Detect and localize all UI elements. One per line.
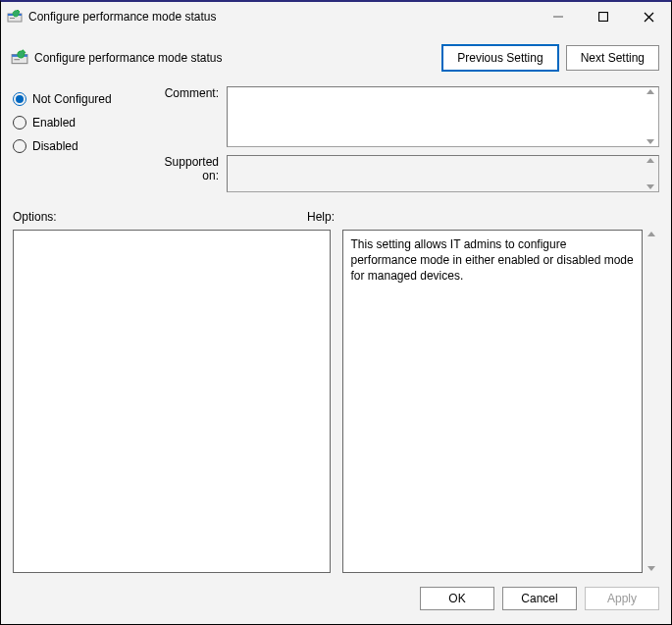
svg-rect-4 — [599, 13, 608, 22]
minimize-button[interactable] — [536, 2, 581, 31]
previous-setting-button[interactable]: Previous Setting — [442, 45, 557, 71]
help-text: This setting allows IT admins to configu… — [351, 237, 634, 283]
comment-input[interactable] — [227, 86, 659, 147]
titlebar: Configure performance mode status — [1, 2, 671, 31]
nav-buttons: Previous Setting Next Setting — [442, 45, 659, 71]
scroll-up-icon — [647, 232, 655, 236]
radio-indicator-icon — [13, 92, 26, 106]
radio-enabled[interactable]: Enabled — [13, 116, 150, 130]
radio-label: Enabled — [32, 116, 76, 130]
radio-indicator-icon — [13, 139, 26, 153]
apply-button[interactable]: Apply — [585, 587, 659, 610]
help-panel-wrap: This setting allows IT admins to configu… — [342, 230, 660, 573]
help-label: Help: — [307, 210, 659, 224]
subheader: Configure performance mode status Previo… — [1, 31, 671, 80]
app-icon — [7, 9, 23, 25]
dialog-footer: OK Cancel Apply — [1, 573, 671, 624]
state-radios: Not Configured Enabled Disabled — [13, 86, 150, 192]
cancel-button[interactable]: Cancel — [502, 587, 577, 610]
comment-label: Comment: — [150, 86, 227, 100]
svg-rect-2 — [10, 18, 15, 19]
section-labels: Options: Help: — [1, 192, 671, 230]
maximize-button[interactable] — [581, 2, 626, 31]
window-title: Configure performance mode status — [28, 10, 536, 24]
supported-scrollbar[interactable] — [642, 156, 658, 191]
options-panel — [13, 230, 331, 573]
help-panel: This setting allows IT admins to configu… — [342, 230, 644, 573]
radio-disabled[interactable]: Disabled — [13, 139, 150, 153]
next-setting-button[interactable]: Next Setting — [566, 45, 659, 71]
options-label: Options: — [13, 210, 307, 224]
scroll-down-icon — [646, 139, 654, 144]
radio-indicator-icon — [13, 116, 26, 130]
comment-field-row: Comment: — [150, 86, 659, 147]
supported-display — [227, 155, 659, 192]
supported-label: Supported on: — [150, 155, 227, 182]
fields-area: Comment: Supported on: — [150, 86, 659, 192]
radio-label: Not Configured — [32, 92, 112, 106]
scroll-down-icon — [646, 184, 654, 189]
ok-button[interactable]: OK — [420, 587, 494, 610]
scroll-up-icon — [646, 158, 654, 163]
scroll-down-icon — [647, 566, 655, 571]
svg-rect-9 — [14, 59, 20, 60]
radio-not-configured[interactable]: Not Configured — [13, 92, 150, 106]
comment-scrollbar[interactable] — [642, 87, 658, 146]
supported-field-row: Supported on: — [150, 155, 659, 192]
panels-area: This setting allows IT admins to configu… — [1, 230, 671, 573]
policy-title: Configure performance mode status — [34, 51, 442, 65]
radio-label: Disabled — [32, 139, 78, 153]
close-button[interactable] — [626, 2, 671, 31]
help-scrollbar[interactable] — [643, 230, 659, 573]
window-controls — [536, 2, 671, 31]
policy-icon — [11, 49, 28, 67]
scroll-up-icon — [646, 89, 654, 94]
config-area: Not Configured Enabled Disabled Comment:… — [1, 80, 671, 192]
options-panel-wrap — [13, 230, 331, 573]
